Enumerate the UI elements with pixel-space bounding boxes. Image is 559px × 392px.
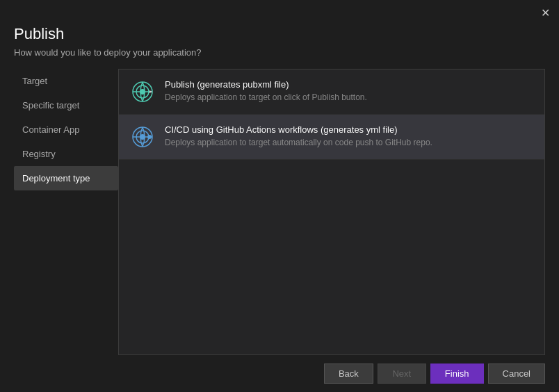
sidebar-item-specific-target[interactable]: Specific target [14,93,118,117]
dialog-header: Publish How would you like to deploy you… [0,22,559,69]
finish-button[interactable]: Finish [430,364,484,384]
dialog-footer: Back Next Finish Cancel [0,355,559,392]
back-button[interactable]: Back [324,364,373,384]
title-bar: ✕ [0,0,559,22]
option-publish-pubxml[interactable]: Publish (generates pubxml file) Deploys … [119,70,544,115]
sidebar-item-deployment-type[interactable]: Deployment type [14,166,118,190]
option-publish-title: Publish (generates pubxml file) [165,79,367,90]
dialog-body: Target Specific target Container App Reg… [0,69,559,355]
sidebar-item-target[interactable]: Target [14,69,118,93]
cicd-icon [130,124,155,149]
option-publish-desc: Deploys application to target on click o… [165,92,367,102]
option-cicd-text: CI/CD using GitHub Actions workflows (ge… [165,124,432,147]
publish-dialog: ✕ Publish How would you like to deploy y… [0,0,559,392]
dialog-title: Publish [14,25,545,43]
option-cicd-title: CI/CD using GitHub Actions workflows (ge… [165,124,432,135]
next-button[interactable]: Next [378,364,426,384]
cancel-button[interactable]: Cancel [488,364,545,384]
sidebar: Target Specific target Container App Reg… [14,69,118,355]
dialog-subtitle: How would you like to deploy your applic… [14,47,545,58]
publish-icon [130,79,155,104]
main-content: Publish (generates pubxml file) Deploys … [118,69,545,355]
svg-point-9 [147,135,152,139]
option-publish-text: Publish (generates pubxml file) Deploys … [165,79,367,102]
option-cicd-github[interactable]: CI/CD using GitHub Actions workflows (ge… [119,115,544,160]
close-button[interactable]: ✕ [538,6,552,19]
sidebar-item-registry[interactable]: Registry [14,142,118,166]
option-cicd-desc: Deploys application to target automatica… [165,138,432,147]
sidebar-item-container-app[interactable]: Container App [14,117,118,142]
